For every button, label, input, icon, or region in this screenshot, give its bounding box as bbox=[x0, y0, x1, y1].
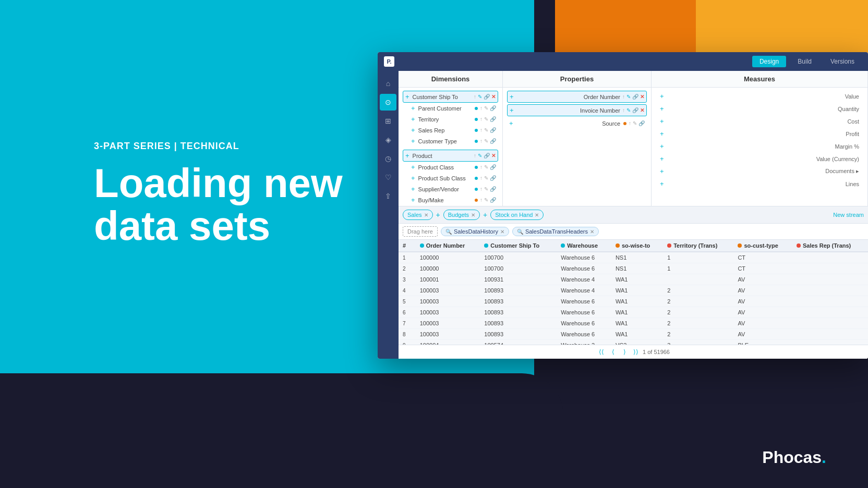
tab-versions[interactable]: Versions bbox=[823, 56, 862, 67]
cell-warehouse: Warehouse 4 bbox=[557, 285, 611, 296]
tab-stock[interactable]: Stock on Hand ✕ bbox=[490, 210, 544, 220]
measure-item-documents[interactable]: + Documents ▸ bbox=[656, 166, 863, 177]
edit-icon[interactable]: ✎ bbox=[484, 116, 488, 122]
supplier-vendor-dot bbox=[475, 188, 478, 191]
link-icon[interactable]: 🔗 bbox=[484, 153, 490, 158]
col-header-cust-type[interactable]: so-cust-type bbox=[733, 240, 792, 252]
sort-icon[interactable]: ↑ bbox=[480, 116, 483, 122]
new-stream-button[interactable]: New stream bbox=[833, 212, 864, 218]
cell-sowise: WA1 bbox=[611, 307, 663, 318]
nav-heart-icon[interactable]: ♡ bbox=[380, 169, 396, 186]
col-dot-warehouse bbox=[561, 243, 565, 248]
nav-home-icon[interactable]: ⌂ bbox=[380, 75, 396, 92]
tab-budgets-close-icon[interactable]: ✕ bbox=[471, 212, 475, 218]
measure-item-lines[interactable]: + Lines bbox=[656, 178, 863, 189]
dim-item-product[interactable]: + Product ↑ ✎ 🔗 ✕ bbox=[403, 150, 498, 162]
data-table-container: # Order Number Customer Ship To Warehous… bbox=[399, 240, 868, 345]
link-icon[interactable]: 🔗 bbox=[490, 116, 496, 122]
dim-item-buy-make[interactable]: + Buy/Make ↑ ✎ 🔗 bbox=[403, 194, 498, 205]
territory-dot bbox=[475, 118, 478, 121]
tab-budgets[interactable]: Budgets ✕ bbox=[443, 210, 480, 220]
close-icon[interactable]: ✕ bbox=[491, 153, 496, 158]
tab-stock-label: Stock on Hand bbox=[495, 212, 533, 218]
edit-icon[interactable]: ✎ bbox=[478, 94, 482, 100]
measure-item-cost[interactable]: + Cost bbox=[656, 116, 863, 127]
dim-item-parent-customer[interactable]: + Parent Customer ↑ ✎ 🔗 bbox=[403, 103, 498, 114]
dim-item-customer-ship-to[interactable]: + Customer Ship To ↑ ✎ 🔗 ✕ bbox=[403, 91, 498, 103]
sort-icon[interactable]: ↑ bbox=[474, 153, 476, 158]
dim-item-product-class[interactable]: + Product Class ↑ ✎ 🔗 bbox=[403, 162, 498, 173]
tab-design[interactable]: Design bbox=[752, 56, 786, 67]
prop-item-invoice-number[interactable]: + Invoice Number ↑ ✎ 🔗 ✕ bbox=[507, 104, 647, 116]
nav-tag-icon[interactable]: ◈ bbox=[380, 131, 396, 148]
dim-item-supplier-vendor[interactable]: + Supplier/Vendor ↑ ✎ 🔗 bbox=[403, 184, 498, 194]
nav-clock-icon[interactable]: ◷ bbox=[380, 150, 396, 167]
page-first-button[interactable]: ⟨⟨ bbox=[597, 347, 606, 357]
prop-item-source[interactable]: + Source ↑ ✎ 🔗 bbox=[507, 118, 647, 129]
dim-item-product-sub-class[interactable]: + Product Sub Class ↑ ✎ 🔗 bbox=[403, 173, 498, 184]
close-icon[interactable]: ✕ bbox=[491, 94, 496, 100]
dim-item-sales-rep[interactable]: + Sales Rep ↑ ✎ 🔗 bbox=[403, 125, 498, 136]
cell-order: 100003 bbox=[416, 318, 480, 329]
tab-sales[interactable]: Sales ✕ bbox=[403, 210, 433, 220]
bg-orange bbox=[555, 0, 701, 57]
measure-item-margin[interactable]: + Margin % bbox=[656, 141, 863, 152]
filter-chip-sales-history[interactable]: 🔍 SalesDataHistory ✕ bbox=[441, 227, 509, 236]
measure-item-value[interactable]: + Value bbox=[656, 91, 863, 102]
cell-num: 8 bbox=[399, 329, 416, 340]
sort-icon[interactable]: ↑ bbox=[480, 127, 483, 133]
add-tab2-icon[interactable]: + bbox=[483, 211, 487, 219]
sort-icon[interactable]: ↑ bbox=[480, 105, 483, 111]
page-last-button[interactable]: ⟩⟩ bbox=[631, 347, 641, 357]
measure-item-profit[interactable]: + Profit bbox=[656, 128, 863, 139]
tab-sales-close-icon[interactable]: ✕ bbox=[424, 212, 428, 218]
prop-item-order-number[interactable]: + Order Number ↑ ✎ 🔗 ✕ bbox=[507, 91, 647, 103]
measure-item-value-currency[interactable]: + Value (Currency) bbox=[656, 153, 863, 164]
col-header-so-wise[interactable]: so-wise-to bbox=[611, 240, 663, 252]
filter-chip-close-1[interactable]: ✕ bbox=[500, 229, 504, 235]
link-icon[interactable]: 🔗 bbox=[490, 105, 496, 111]
edit-icon[interactable]: ✎ bbox=[484, 127, 488, 133]
dim-item-territory[interactable]: + Territory ↑ ✎ 🔗 bbox=[403, 114, 498, 125]
filter-chip-trans-headers[interactable]: 🔍 SalesDataTransHeaders ✕ bbox=[512, 227, 599, 236]
nav-analytics-icon[interactable]: ⊙ bbox=[380, 94, 396, 111]
nav-grid-icon[interactable]: ⊞ bbox=[380, 113, 396, 129]
sort-icon[interactable]: ↑ bbox=[480, 138, 483, 144]
cell-num: 7 bbox=[399, 318, 416, 329]
sort-icon[interactable]: ↑ bbox=[474, 94, 476, 100]
cell-num: 3 bbox=[399, 274, 416, 285]
dim-add-icon[interactable]: + bbox=[405, 93, 409, 101]
cell-salesrep bbox=[792, 274, 868, 285]
link-icon[interactable]: 🔗 bbox=[490, 127, 496, 133]
page-next-button[interactable]: ⟩ bbox=[620, 347, 629, 357]
filter-chip-close-2[interactable]: ✕ bbox=[590, 229, 594, 235]
cell-warehouse: Warehouse 6 bbox=[557, 329, 611, 340]
add-tab-icon[interactable]: + bbox=[436, 211, 440, 219]
filter-search-icon-2: 🔍 bbox=[517, 229, 523, 235]
cell-salesrep bbox=[792, 307, 868, 318]
cell-territory: 2 bbox=[663, 285, 733, 296]
edit-icon[interactable]: ✎ bbox=[484, 138, 488, 144]
col-header-sales-rep[interactable]: Sales Rep (Trans) bbox=[792, 240, 868, 252]
table-row: 2 100000 100700 Warehouse 6 NS1 1 CT bbox=[399, 263, 868, 274]
tab-stock-close-icon[interactable]: ✕ bbox=[535, 212, 539, 218]
link-icon[interactable]: 🔗 bbox=[490, 138, 496, 144]
link-icon[interactable]: 🔗 bbox=[484, 94, 490, 100]
parent-customer-dot bbox=[475, 107, 478, 110]
edit-icon[interactable]: ✎ bbox=[478, 153, 482, 158]
nav-share-icon[interactable]: ⇪ bbox=[380, 188, 396, 204]
cell-custtype: AV bbox=[733, 296, 792, 307]
col-header-territory[interactable]: Territory (Trans) bbox=[663, 240, 733, 252]
bg-dark-curve bbox=[0, 373, 563, 488]
page-prev-button[interactable]: ⟨ bbox=[608, 347, 618, 357]
cell-territory bbox=[663, 274, 733, 285]
col-header-order-number[interactable]: Order Number bbox=[416, 240, 480, 252]
dim-item-customer-type[interactable]: + Customer Type ↑ ✎ 🔗 bbox=[403, 136, 498, 147]
cell-order: 100000 bbox=[416, 263, 480, 274]
edit-icon[interactable]: ✎ bbox=[484, 105, 488, 111]
col-header-customer-ship[interactable]: Customer Ship To bbox=[480, 240, 557, 252]
col-header-warehouse[interactable]: Warehouse bbox=[557, 240, 611, 252]
tab-build[interactable]: Build bbox=[790, 56, 819, 67]
measure-item-quantity[interactable]: + Quantity bbox=[656, 103, 863, 114]
data-table: # Order Number Customer Ship To Warehous… bbox=[399, 240, 868, 345]
